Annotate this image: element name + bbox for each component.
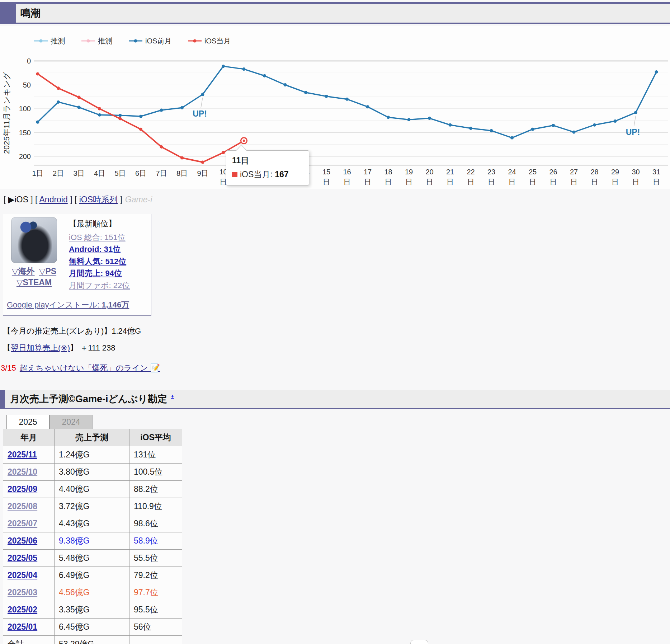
svg-text:21: 21 bbox=[446, 168, 454, 176]
table-row: 合計53.29億G- bbox=[3, 636, 182, 644]
rank-link[interactable]: 無料人気: 512位 bbox=[69, 257, 126, 266]
section-sup-link[interactable]: ± bbox=[171, 393, 174, 400]
svg-text:9日: 9日 bbox=[197, 169, 208, 177]
tooltip-value: 167 bbox=[275, 170, 288, 179]
sales-forecast-value: 9.38億G bbox=[59, 536, 90, 545]
month-link[interactable]: 2025/08 bbox=[8, 502, 37, 511]
svg-text:日: 日 bbox=[344, 178, 351, 186]
series-swatch-icon bbox=[232, 172, 237, 177]
next-day-sales-link[interactable]: 翌日加算売上(※) bbox=[11, 343, 70, 352]
month-link[interactable]: 2025/11 bbox=[8, 450, 37, 459]
section-header: 月次売上予測©Game-iどんぶり勘定± bbox=[0, 390, 670, 409]
series-iOS前月 bbox=[36, 65, 658, 140]
ios-average-value: 79.2位 bbox=[134, 570, 158, 580]
tooltip-day: 11日 bbox=[232, 155, 303, 166]
ios-average-value: 88.2位 bbox=[134, 484, 158, 494]
legend-item[interactable]: 推測 bbox=[81, 37, 112, 45]
svg-text:150: 150 bbox=[19, 129, 31, 137]
ios-average-value: 100.5位 bbox=[134, 467, 163, 476]
legend-item[interactable]: iOS当月 bbox=[188, 37, 231, 45]
svg-text:7日: 7日 bbox=[156, 169, 167, 177]
google-play-installs-link[interactable]: Google playインストール: 1,146万 bbox=[7, 300, 129, 309]
table-row: 2025/023.35億G95.5位 bbox=[3, 601, 182, 619]
month-link[interactable]: 2025/07 bbox=[8, 519, 37, 528]
legend-item[interactable]: iOS前月 bbox=[129, 37, 171, 45]
y-axis: 0501001502002025年11月ランキング bbox=[2, 57, 31, 160]
month-link[interactable]: 2025/04 bbox=[8, 570, 37, 580]
x-axis: 1日2日3日4日5日6日7日8日9日10日11日12日13日14日15日16日1… bbox=[32, 168, 660, 186]
svg-text:1日: 1日 bbox=[32, 169, 43, 177]
news-link[interactable]: 超えちゃいけない「爆死」のライン 📝 bbox=[20, 363, 160, 372]
col-header-sales: 売上予測 bbox=[55, 429, 129, 446]
chart-legend: 推測推測iOS前月iOS当月 bbox=[34, 37, 231, 45]
sales-forecast-value: 53.29億G bbox=[59, 639, 94, 644]
monthly-estimate-value: 1.24億G bbox=[112, 326, 141, 335]
bottom-peek-button[interactable] bbox=[410, 640, 428, 644]
ios-average-value: 131位 bbox=[134, 450, 156, 459]
svg-text:日: 日 bbox=[488, 178, 495, 186]
legend-marker-icon bbox=[39, 39, 43, 43]
legend-marker-icon bbox=[193, 39, 197, 43]
region-link[interactable]: ▽PS bbox=[39, 267, 56, 276]
total-label: 合計 bbox=[8, 639, 24, 644]
svg-text:2日: 2日 bbox=[53, 169, 64, 177]
month-link[interactable]: 2025/01 bbox=[8, 622, 37, 631]
svg-text:100: 100 bbox=[19, 105, 31, 113]
region-link[interactable]: ▽STEAM bbox=[16, 278, 52, 287]
series-iOS当月 bbox=[36, 72, 247, 164]
rank-link[interactable]: iOS 総合: 151位 bbox=[69, 233, 126, 242]
chart-grid bbox=[34, 61, 668, 165]
nav-item-android[interactable]: Android bbox=[39, 195, 68, 204]
svg-text:日: 日 bbox=[364, 178, 371, 186]
svg-text:15: 15 bbox=[322, 168, 330, 176]
ios-average-value: 97.7位 bbox=[134, 588, 158, 597]
table-row: 2025/094.40億G88.2位 bbox=[3, 481, 182, 498]
svg-text:日: 日 bbox=[447, 178, 454, 186]
news-date: 3/15 bbox=[1, 363, 16, 372]
y-axis-title: 2025年11月ランキング bbox=[2, 72, 11, 154]
month-link[interactable]: 2025/06 bbox=[8, 536, 37, 545]
nav-item-ios-timeseries[interactable]: iOS時系列 bbox=[79, 195, 118, 204]
svg-text:3日: 3日 bbox=[73, 169, 84, 177]
installs-value: 1,146万 bbox=[102, 300, 129, 309]
ranking-chart: 0501001502002025年11月ランキング1日2日3日4日5日6日7日8… bbox=[0, 26, 670, 189]
svg-text:0: 0 bbox=[27, 57, 31, 65]
svg-text:日: 日 bbox=[509, 178, 516, 186]
table-row: 2025/016.45億G56位 bbox=[3, 619, 182, 636]
rank-link[interactable]: 月間ファボ: 22位 bbox=[69, 281, 130, 290]
table-row: 2025/111.24億G131位 bbox=[3, 446, 182, 464]
svg-text:日: 日 bbox=[467, 178, 475, 186]
game-icon[interactable] bbox=[11, 217, 57, 263]
region-link[interactable]: ▽海外 bbox=[12, 267, 35, 276]
svg-text:20: 20 bbox=[425, 168, 433, 176]
legend-item[interactable]: 推測 bbox=[34, 37, 65, 45]
month-link[interactable]: 2025/05 bbox=[8, 553, 37, 563]
svg-text:4日: 4日 bbox=[94, 169, 105, 177]
ios-average-value: 56位 bbox=[134, 622, 151, 631]
svg-text:日: 日 bbox=[591, 178, 598, 186]
svg-text:50: 50 bbox=[23, 81, 31, 89]
month-link[interactable]: 2025/02 bbox=[8, 605, 37, 614]
ios-average-value: - bbox=[134, 639, 137, 644]
table-row: 2025/055.48億G55.5位 bbox=[3, 550, 182, 567]
col-header-avg: iOS平均 bbox=[129, 429, 182, 446]
month-link[interactable]: 2025/03 bbox=[8, 588, 37, 597]
svg-text:27: 27 bbox=[570, 168, 578, 176]
tab-2025[interactable]: 2025 bbox=[6, 415, 49, 429]
svg-text:25: 25 bbox=[529, 168, 537, 176]
month-link[interactable]: 2025/10 bbox=[8, 467, 37, 476]
svg-text:日: 日 bbox=[632, 178, 640, 186]
sales-forecast-value: 6.49億G bbox=[59, 570, 90, 580]
legend-marker-icon bbox=[134, 39, 137, 43]
svg-text:23: 23 bbox=[487, 168, 495, 176]
month-link[interactable]: 2025/09 bbox=[8, 484, 37, 494]
ios-average-value: 55.5位 bbox=[134, 553, 158, 563]
rank-link[interactable]: 月間売上: 94位 bbox=[69, 269, 122, 278]
svg-text:26: 26 bbox=[549, 168, 557, 176]
tab-2024[interactable]: 2024 bbox=[49, 415, 93, 429]
rank-link[interactable]: Android: 31位 bbox=[69, 245, 121, 254]
next-day-sales-line: 【翌日加算売上(※)】 ＋111 238 bbox=[3, 343, 670, 353]
sales-forecast-value: 4.43億G bbox=[59, 519, 90, 528]
region-links: ▽海外 ▽PS ▽STEAM bbox=[5, 266, 63, 288]
sales-forecast-value: 3.72億G bbox=[59, 502, 90, 511]
